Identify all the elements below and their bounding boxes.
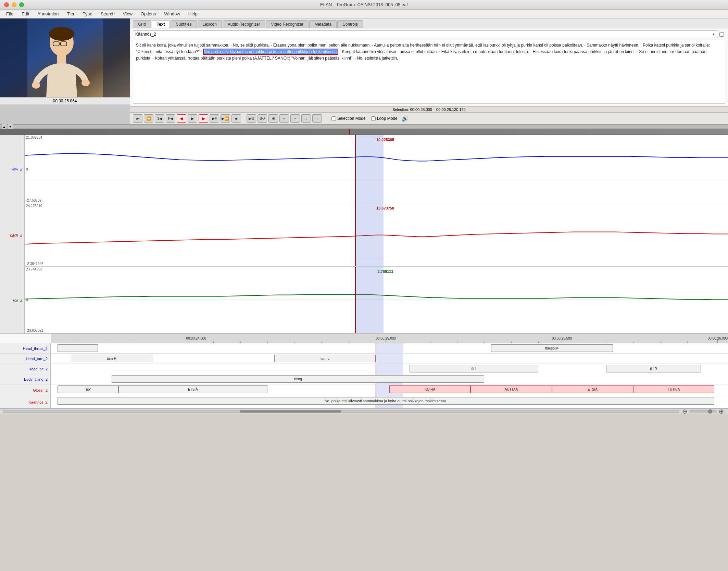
tab-subtitles[interactable]: Subtitles <box>171 20 197 28</box>
zoom-in-icon[interactable]: ⊕ <box>719 408 724 414</box>
back-frame-button[interactable]: ◀| <box>177 114 186 123</box>
menu-item-view[interactable]: View <box>120 11 136 17</box>
bottom-scrollbar[interactable]: ⊖ ⊕ <box>0 408 728 414</box>
play-button[interactable]: ▶ <box>188 114 197 123</box>
menu-item-options[interactable]: Options <box>137 11 160 17</box>
arrow-up-button[interactable]: ↑ <box>312 114 322 123</box>
step-fwd-button[interactable]: ▶F <box>210 114 219 123</box>
track-content-head-tilt: tilt-L tilt-R <box>51 364 728 374</box>
track-content-head-turn: turn-R turn-L <box>51 354 728 364</box>
menu-item-tier[interactable]: Tier <box>64 11 78 17</box>
tab-controls[interactable]: Controls <box>337 20 363 28</box>
menu-item-file[interactable]: File <box>3 11 17 17</box>
tick-small-15 <box>484 342 485 343</box>
roll-label: roll_2 <box>0 267 24 333</box>
step-back-button[interactable]: 1◀ <box>155 114 164 123</box>
segment-turn-l[interactable]: turn-L <box>274 355 376 362</box>
segment-etsia-2[interactable]: ETSIÄ <box>552 385 633 393</box>
transport-controls[interactable]: ⏮⏪1◀F◀◀|▶|▶▶F▶⏩⏭▶SS↺⊗←→↓↑ Selection Mode… <box>130 113 728 124</box>
segment-tilting[interactable]: tilting <box>112 375 484 383</box>
minimize-button[interactable] <box>12 2 16 7</box>
segment-thrust-04[interactable]: thrust-04 <box>491 344 613 352</box>
selection-info: Selection: 00:00:25.000 – 00:00:25.120 1… <box>392 107 465 112</box>
play-selection-loop-button[interactable]: S↺ <box>258 114 267 123</box>
play-selection-button[interactable]: ▶S <box>247 114 256 123</box>
timeline-ruler-top <box>0 129 728 135</box>
zoom-slider-track[interactable] <box>689 410 717 413</box>
tick-25500: 00:00:25.500 <box>552 337 572 343</box>
video-panel: 00:00:25.064 <box>0 18 130 124</box>
svg-rect-8 <box>57 54 66 63</box>
selection-mode-label[interactable]: Selection Mode <box>331 116 366 121</box>
filter-checkbox[interactable] <box>719 32 724 37</box>
arrow-right-button[interactable]: → <box>290 114 300 123</box>
scroll-thumb[interactable] <box>240 410 341 413</box>
tab-grid[interactable]: Grid <box>133 20 151 28</box>
resize-handle[interactable]: ▲ ▼ <box>0 125 728 129</box>
loop-mode-label[interactable]: Loop Mode <box>371 116 398 121</box>
segment-head-thrust-1[interactable] <box>58 344 98 352</box>
segment-turn-r[interactable]: turn-R <box>71 355 152 362</box>
menu-item-type[interactable]: Type <box>79 11 96 17</box>
tab-video-recognizer[interactable]: Video Recognizer <box>266 20 309 28</box>
menu-item-annotation[interactable]: Annotation <box>34 11 62 17</box>
segment-tilt-l[interactable]: tilt-L <box>410 365 538 372</box>
annotation-area: 00:00:24.500 00:00:25.000 00:00:25.500 <box>0 333 728 408</box>
tab-metadata[interactable]: Metadata <box>309 20 337 28</box>
tick-small-18 <box>579 342 579 343</box>
goto-start-button[interactable]: ⏮ <box>133 114 142 123</box>
svg-point-6 <box>32 82 40 89</box>
current-timecode: 00:00:25.064 <box>53 99 77 103</box>
tab-text[interactable]: Text <box>152 20 170 28</box>
text-content-panel: Käännös_2Glossi_2Head_thrust_2Head_turn_… <box>130 28 728 106</box>
svg-rect-10 <box>103 18 130 97</box>
volume-icon[interactable]: 🔊 <box>402 115 409 122</box>
pitch-min: -2.3641946 <box>26 262 43 266</box>
selection-mode-checkbox[interactable] <box>331 116 336 121</box>
playhead-ruler <box>349 129 350 135</box>
tick-small-11 <box>349 342 349 343</box>
menu-item-search[interactable]: Search <box>97 11 118 17</box>
scroll-track[interactable] <box>3 410 679 413</box>
track-label-head-thrust: Head_thrust_2 <box>0 343 51 353</box>
prev-annotation-button[interactable]: ⏪ <box>144 114 153 123</box>
menu-item-help[interactable]: Help <box>185 11 201 17</box>
tier-dropdown[interactable]: Käännös_2Glossi_2Head_thrust_2Head_turn_… <box>133 30 718 38</box>
zoom-out-icon[interactable]: ⊖ <box>682 408 687 414</box>
close-button[interactable] <box>4 2 9 7</box>
tab-lexicon[interactable]: Lexicon <box>198 20 222 28</box>
arrow-left-button[interactable]: ← <box>279 114 289 123</box>
menu-item-window[interactable]: Window <box>161 11 184 17</box>
svg-point-5 <box>49 27 74 41</box>
maximize-button[interactable] <box>19 2 24 7</box>
tick-small-20 <box>633 342 633 343</box>
tick-small-1 <box>51 342 51 343</box>
segment-etsia-1[interactable]: ETSIÄ <box>118 385 267 393</box>
chart-labels: yaw_2 pitch_2 roll_2 <box>0 135 25 333</box>
tick-label-25500: 00:00:25.500 <box>552 337 572 340</box>
segment-tutkia[interactable]: TUTKIA <box>633 385 714 393</box>
menu-item-edit[interactable]: Edit <box>18 11 33 17</box>
segment-no[interactable]: "no" <box>58 385 118 393</box>
zoom-slider-thumb[interactable] <box>708 409 712 414</box>
menubar: FileEditAnnotationTierTypeSearchViewOpti… <box>0 10 728 18</box>
clear-selection-button[interactable]: ⊗ <box>268 114 278 123</box>
arrow-down-button[interactable]: ↓ <box>301 114 311 123</box>
tick-24500: 00:00:24.500 <box>186 337 206 343</box>
segment-kaannos-text[interactable]: No, poika etsi kiivaasti sammakkoa ja ko… <box>58 397 715 405</box>
next-annotation-button[interactable]: ▶⏩ <box>221 114 230 123</box>
track-selection-head-thrust <box>376 343 403 353</box>
goto-end-button[interactable]: ⏭ <box>231 114 241 123</box>
svg-rect-9 <box>0 18 27 97</box>
loop-play-button[interactable]: F◀ <box>166 114 175 123</box>
yaw-min: -27.58709 <box>26 199 41 202</box>
segment-koira[interactable]: KOIRA <box>389 385 470 393</box>
segment-tilt-r[interactable]: tilt-R <box>606 365 701 372</box>
segment-auttaa[interactable]: AUTTAA <box>470 385 552 393</box>
tab-audio-recognizer[interactable]: Audio Recognizer <box>223 20 265 28</box>
loop-mode-checkbox[interactable] <box>371 116 376 121</box>
fwd-frame-button[interactable]: |▶ <box>199 114 208 123</box>
tick-small-22 <box>687 342 688 343</box>
tick-small-7 <box>240 342 241 343</box>
track-label-head-tilt: Head_tilt_2 <box>0 364 51 374</box>
